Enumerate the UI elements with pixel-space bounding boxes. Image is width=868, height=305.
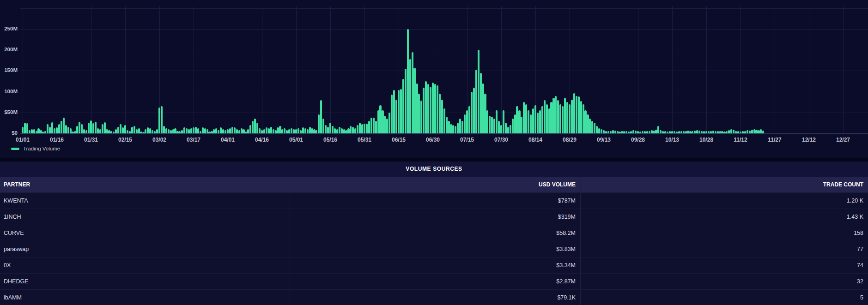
volume-bar[interactable] xyxy=(717,131,719,133)
volume-bar[interactable] xyxy=(562,106,564,133)
volume-bar[interactable] xyxy=(190,128,192,133)
volume-bar[interactable] xyxy=(238,130,240,133)
volume-bar[interactable] xyxy=(762,131,764,133)
volume-bar[interactable] xyxy=(266,127,267,133)
volume-bar[interactable] xyxy=(591,121,593,133)
volume-bar[interactable] xyxy=(341,128,343,133)
volume-bar[interactable] xyxy=(179,131,181,133)
volume-bar[interactable] xyxy=(425,81,427,133)
volume-bar[interactable] xyxy=(95,122,97,133)
volume-bar[interactable] xyxy=(120,124,121,133)
volume-bar[interactable] xyxy=(104,122,106,133)
volume-bar[interactable] xyxy=(434,84,436,133)
volume-bar[interactable] xyxy=(715,131,716,133)
volume-bar[interactable] xyxy=(747,130,748,133)
volume-bar[interactable] xyxy=(607,131,609,133)
volume-bar[interactable] xyxy=(288,129,290,133)
volume-bar[interactable] xyxy=(589,119,591,133)
volume-bar[interactable] xyxy=(655,130,657,133)
volume-bar[interactable] xyxy=(281,129,283,133)
volume-bar[interactable] xyxy=(758,130,759,133)
volume-bar[interactable] xyxy=(129,131,131,133)
volume-bar[interactable] xyxy=(751,130,753,133)
volume-bar[interactable] xyxy=(113,132,115,133)
volume-bar[interactable] xyxy=(405,69,407,133)
volume-bar[interactable] xyxy=(646,131,648,133)
volume-bar[interactable] xyxy=(149,128,151,133)
volume-bar[interactable] xyxy=(241,128,243,133)
volume-bar[interactable] xyxy=(534,105,536,133)
volume-bar[interactable] xyxy=(197,128,199,133)
volume-bar[interactable] xyxy=(617,131,619,133)
volume-bar[interactable] xyxy=(236,129,238,133)
volume-bar[interactable] xyxy=(193,127,194,133)
volume-bar[interactable] xyxy=(31,129,33,133)
volume-bar[interactable] xyxy=(279,126,281,133)
volume-bar[interactable] xyxy=(744,131,746,133)
volume-bar[interactable] xyxy=(564,98,566,133)
volume-bar[interactable] xyxy=(552,98,554,133)
volume-bar[interactable] xyxy=(343,129,345,133)
volume-bar[interactable] xyxy=(710,131,712,133)
volume-bar[interactable] xyxy=(423,88,425,133)
volume-bar[interactable] xyxy=(74,131,76,133)
volume-bar[interactable] xyxy=(478,50,480,133)
volume-bar[interactable] xyxy=(402,79,404,133)
volume-bar[interactable] xyxy=(594,123,595,133)
volume-bar[interactable] xyxy=(510,125,511,133)
volume-bar[interactable] xyxy=(569,104,571,133)
volume-bar[interactable] xyxy=(145,129,146,133)
volume-bar[interactable] xyxy=(334,128,336,133)
volume-bar[interactable] xyxy=(721,131,723,133)
volume-bar[interactable] xyxy=(359,123,361,133)
volume-bar[interactable] xyxy=(156,129,158,133)
volume-bar[interactable] xyxy=(261,130,263,133)
volume-bar[interactable] xyxy=(302,127,304,133)
volume-bar[interactable] xyxy=(712,131,714,133)
volume-bar[interactable] xyxy=(578,96,580,133)
volume-bar[interactable] xyxy=(368,121,370,133)
volume-bar[interactable] xyxy=(102,124,103,133)
volume-bar[interactable] xyxy=(88,123,90,133)
volume-bar[interactable] xyxy=(528,110,529,133)
volume-bar[interactable] xyxy=(740,132,741,133)
volume-bar[interactable] xyxy=(56,127,58,133)
volume-bar[interactable] xyxy=(698,131,700,133)
volume-bar[interactable] xyxy=(322,119,324,133)
volume-bar[interactable] xyxy=(22,127,24,133)
volume-bar[interactable] xyxy=(493,119,495,133)
volume-bar[interactable] xyxy=(309,127,311,133)
volume-bar[interactable] xyxy=(81,124,83,133)
volume-bar[interactable] xyxy=(293,129,295,133)
volume-bar[interactable] xyxy=(559,104,561,133)
volume-bar[interactable] xyxy=(525,104,527,133)
volume-bar[interactable] xyxy=(213,129,215,133)
volume-bar[interactable] xyxy=(108,130,110,133)
volume-bar[interactable] xyxy=(630,131,632,133)
volume-bar[interactable] xyxy=(660,130,662,133)
volume-bar[interactable] xyxy=(90,120,92,133)
volume-bar[interactable] xyxy=(252,121,254,133)
volume-bar[interactable] xyxy=(576,96,577,133)
volume-bar[interactable] xyxy=(136,129,138,133)
volume-bar[interactable] xyxy=(227,129,229,133)
volume-bar[interactable] xyxy=(379,105,381,133)
volume-bar[interactable] xyxy=(420,101,422,133)
volume-bar[interactable] xyxy=(486,110,488,133)
volume-bar[interactable] xyxy=(584,110,586,133)
volume-bar[interactable] xyxy=(347,128,349,133)
volume-bar[interactable] xyxy=(719,131,721,133)
volume-bar[interactable] xyxy=(85,130,87,133)
volume-bar[interactable] xyxy=(286,130,288,133)
volume-bar[interactable] xyxy=(393,90,395,133)
volume-bar[interactable] xyxy=(512,119,514,133)
volume-bar[interactable] xyxy=(24,123,26,133)
volume-bar[interactable] xyxy=(623,131,625,133)
volume-bar[interactable] xyxy=(354,128,356,133)
volume-bar[interactable] xyxy=(352,127,354,133)
volume-bar[interactable] xyxy=(482,84,484,133)
volume-bar[interactable] xyxy=(36,131,37,133)
volume-bar[interactable] xyxy=(742,131,744,133)
volume-bar[interactable] xyxy=(532,108,534,133)
column-header-trade-count[interactable]: TRADE COUNT xyxy=(581,177,868,192)
